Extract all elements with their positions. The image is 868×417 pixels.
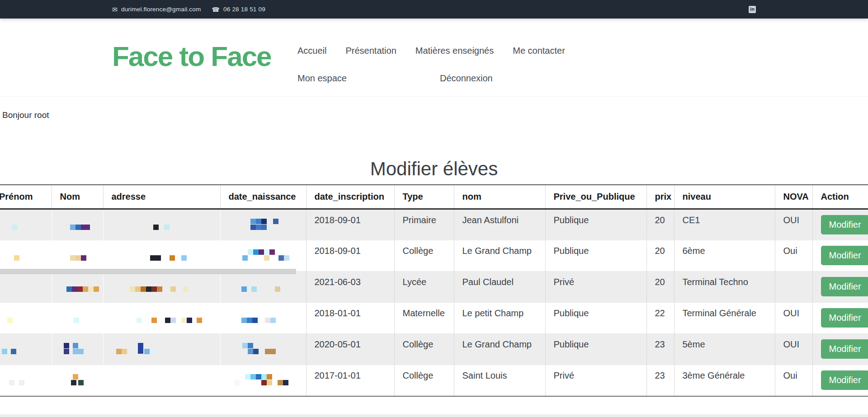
action-cell: Modifier [812, 272, 868, 303]
type-cell: Maternelle [394, 303, 454, 334]
site-header: Face to Face Accueil Présentation Matièr… [0, 19, 868, 97]
main-nav: Accueil Présentation Matières enseignés … [297, 46, 641, 101]
students-table-body: 2018-09-01 Primaire Jean Astulfoni Publi… [0, 209, 868, 396]
nav-item-deconnexion[interactable]: Déconnexion [440, 73, 493, 84]
page-title: Modifier élèves [0, 158, 868, 180]
nom-ecole-cell: Le petit Champ [454, 303, 545, 334]
niveau-cell: Terminal Générale [674, 303, 775, 334]
column-header-action: Action [812, 185, 868, 209]
nom-ecole-cell: Paul Claudel [454, 272, 545, 303]
type-cell: Collège [394, 334, 454, 365]
redacted-adresse-cell [103, 334, 220, 365]
niveau-cell: Terminal Techno [674, 272, 775, 303]
table-row: 2020-05-01 Collège Le Grand Champ Publiq… [0, 334, 868, 365]
top-contact-bar: ✉ durimel.florence@gmail.com ☎ 06 28 18 … [0, 0, 868, 19]
prix-cell: 23 [646, 334, 674, 365]
nova-cell: OUI [775, 334, 812, 365]
redacted-nom-cell [52, 240, 103, 272]
type-cell: Lycée [394, 272, 454, 303]
date-inscription-cell: 2018-09-01 [306, 209, 394, 240]
nav-item-accueil[interactable]: Accueil [297, 46, 326, 56]
redacted-adresse-cell [103, 303, 220, 334]
nova-cell: OUI [775, 209, 812, 240]
niveau-cell: 6ème [674, 240, 775, 272]
prive-ou-publique-cell: Publique [545, 303, 646, 334]
niveau-cell: CE1 [674, 209, 775, 240]
prix-cell: 23 [646, 365, 674, 396]
redacted-prenom-cell [0, 240, 52, 272]
column-header-prive-ou-publique: Prive_ou_Publique [545, 185, 646, 209]
nova-cell: OUI [775, 303, 812, 334]
column-header-nova: NOVA [775, 185, 812, 209]
modifier-button[interactable]: Modifier [821, 339, 868, 359]
redacted-nom-cell [52, 334, 103, 365]
nav-item-matieres[interactable]: Matières enseignés [415, 46, 494, 56]
prive-ou-publique-cell: Publique [545, 334, 646, 365]
niveau-cell: 5ème [674, 334, 775, 365]
nova-cell: Oui [775, 365, 812, 396]
prix-cell: 20 [646, 240, 674, 272]
nom-ecole-cell: Le Grand Champ [454, 334, 545, 365]
modifier-button[interactable]: Modifier [821, 246, 868, 265]
redacted-nom-cell [52, 365, 103, 396]
redacted-date-naissance-cell [220, 240, 306, 272]
table-header-row: Prénom Nom adresse date_naissance date_i… [0, 185, 868, 209]
nova-cell [775, 272, 812, 303]
redacted-prenom-cell [0, 272, 52, 303]
action-cell: Modifier [812, 209, 868, 240]
column-header-prenom: Prénom [0, 185, 52, 209]
redacted-date-naissance-cell [220, 303, 306, 334]
column-header-niveau: niveau [674, 185, 775, 209]
redacted-nom-cell [52, 209, 103, 240]
nom-ecole-cell: Saint Louis [454, 365, 545, 396]
prix-cell: 20 [646, 272, 674, 303]
redacted-nom-cell [52, 272, 103, 303]
nav-item-contacter[interactable]: Me contacter [513, 46, 565, 56]
table-row: 2017-01-01 Collège Saint Louis Privé 23 … [0, 365, 868, 396]
date-inscription-cell: 2021-06-03 [306, 272, 394, 303]
prive-ou-publique-cell: Publique [545, 240, 646, 272]
date-inscription-cell: 2018-09-01 [306, 240, 394, 272]
modifier-button[interactable]: Modifier [821, 277, 868, 296]
type-cell: Collège [394, 240, 454, 272]
nom-ecole-cell: Le Grand Champ [454, 240, 545, 272]
column-header-nom: Nom [52, 185, 103, 209]
redacted-adresse-cell [103, 209, 220, 240]
nav-item-mon-espace[interactable]: Mon espace [297, 73, 347, 84]
redacted-prenom-cell [0, 334, 52, 365]
students-table-container: Prénom Nom adresse date_naissance date_i… [0, 184, 868, 397]
redacted-adresse-cell [103, 365, 220, 396]
date-inscription-cell: 2017-01-01 [306, 365, 394, 396]
linkedin-icon[interactable]: in [749, 6, 756, 13]
envelope-icon: ✉ [112, 6, 118, 13]
modifier-button[interactable]: Modifier [821, 308, 868, 328]
nova-cell: Oui [775, 240, 812, 272]
table-row: 2018-01-01 Maternelle Le petit Champ Pub… [0, 303, 868, 334]
type-cell: Collège [394, 365, 454, 396]
email-text: durimel.florence@gmail.com [121, 6, 201, 13]
email-link[interactable]: ✉ durimel.florence@gmail.com [112, 6, 201, 13]
modifier-button[interactable]: Modifier [821, 370, 868, 390]
prix-cell: 20 [646, 209, 674, 240]
prive-ou-publique-cell: Privé [545, 272, 646, 303]
site-logo[interactable]: Face to Face [112, 40, 271, 72]
redacted-date-naissance-cell [220, 209, 306, 240]
prix-cell: 22 [646, 303, 674, 334]
date-inscription-cell: 2020-05-01 [306, 334, 394, 365]
column-header-prix: prix [646, 185, 674, 209]
nav-item-presentation[interactable]: Présentation [345, 46, 396, 56]
table-row: 2018-09-01 Collège Le Grand Champ Publiq… [0, 240, 868, 272]
table-row: 2021-06-03 Lycée Paul Claudel Privé 20 T… [0, 272, 868, 303]
redacted-date-naissance-cell [220, 272, 306, 303]
niveau-cell: 3ème Générale [674, 365, 775, 396]
table-row: 2018-09-01 Primaire Jean Astulfoni Publi… [0, 209, 868, 240]
phone-link[interactable]: ☎ 06 28 18 51 09 [212, 6, 265, 13]
action-cell: Modifier [812, 240, 868, 272]
prive-ou-publique-cell: Privé [545, 365, 646, 396]
greeting-text: Bonjour root [2, 110, 49, 120]
redacted-adresse-cell [103, 240, 220, 272]
modifier-button[interactable]: Modifier [821, 215, 868, 234]
footer [0, 414, 868, 417]
phone-icon: ☎ [212, 6, 220, 13]
horizontal-scrollbar-thumb[interactable] [0, 269, 296, 274]
